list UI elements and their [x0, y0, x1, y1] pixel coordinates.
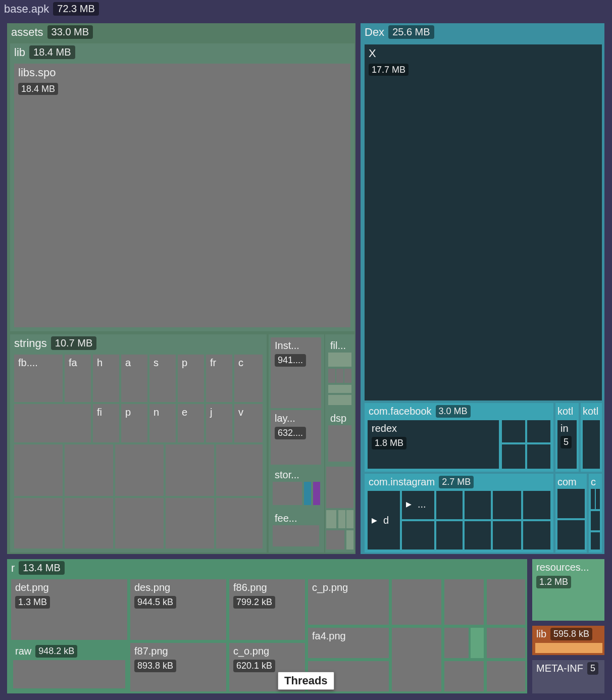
r-leaf-i[interactable] [487, 661, 525, 691]
node-meta-inf[interactable]: META-INF5 [531, 659, 605, 694]
cell-fr[interactable]: fr [206, 355, 232, 402]
node-c[interactable]: c [589, 474, 602, 553]
comig-l3[interactable] [465, 491, 491, 519]
comig-dots[interactable]: ... [402, 491, 434, 519]
comfb-leaf4[interactable] [527, 444, 550, 469]
node-dsp[interactable]: dsp [326, 410, 353, 465]
node-c-p[interactable]: c_p.png [308, 579, 389, 625]
cell-h[interactable]: h [93, 355, 119, 402]
com-leaf2[interactable] [557, 520, 585, 549]
cell-r3d[interactable] [166, 444, 214, 496]
cell-j[interactable]: j [206, 404, 232, 442]
cell-r4c[interactable] [115, 498, 164, 548]
comig-l1[interactable] [402, 521, 434, 549]
c3d[interactable] [326, 530, 344, 549]
node-inst[interactable]: Inst... 941.... [271, 337, 321, 408]
r-leaf-e[interactable] [444, 628, 469, 658]
comig-l5[interactable] [523, 491, 550, 519]
node-fa4[interactable]: fa4.png [308, 628, 389, 658]
comig-l4[interactable] [493, 491, 521, 519]
raw-leaf[interactable] [13, 660, 125, 688]
c3a[interactable] [326, 510, 336, 528]
fil-leaf5[interactable] [328, 385, 351, 393]
r-leaf-c[interactable] [487, 579, 525, 625]
comfb-leaf3[interactable] [502, 444, 525, 469]
node-lib-orange[interactable]: lib595.8 kB [531, 625, 605, 656]
node-strings[interactable]: strings 10.7 MB fb.... fa h a s p fr c f… [10, 334, 267, 553]
cell-a[interactable]: a [121, 355, 147, 402]
cell-p2[interactable]: p [121, 404, 147, 442]
r-leaf-h[interactable] [444, 661, 484, 691]
cell-r2a[interactable] [14, 404, 91, 442]
fil-leaf6[interactable] [328, 395, 351, 405]
node-kotl1[interactable]: kotl in 5 [555, 403, 579, 472]
stor-leaf1[interactable] [273, 482, 302, 505]
r-leaf-green[interactable] [471, 628, 484, 658]
cell-fb[interactable]: fb.... [14, 355, 63, 402]
cell-r3e[interactable] [216, 444, 263, 496]
fil-leaf4[interactable] [344, 369, 351, 383]
node-stor[interactable]: stor... [271, 467, 321, 508]
cell-r4a[interactable] [14, 498, 63, 548]
node-lib[interactable]: lib 18.4 MB libs.spo 18.4 MB [10, 43, 354, 331]
fil-leaf2[interactable] [328, 369, 335, 383]
c-leaf1[interactable] [591, 489, 595, 509]
node-redex[interactable]: redex 1.8 MB [368, 420, 499, 469]
r-leaf-a[interactable] [392, 579, 441, 625]
r-leaf-f[interactable] [487, 628, 525, 658]
cell-fi[interactable]: fi [93, 404, 119, 442]
dsp-leaf[interactable] [328, 425, 351, 462]
comig-l2[interactable] [436, 491, 463, 519]
cell-r3a[interactable] [14, 444, 63, 496]
node-det[interactable]: det.png 1.3 MB [11, 579, 127, 640]
kotl2-leaf[interactable] [583, 420, 600, 469]
c-leaf4[interactable] [591, 532, 600, 549]
node-fee[interactable]: fee... [271, 510, 321, 549]
cell-e[interactable]: e [178, 404, 204, 442]
lib-orange-leaf[interactable] [535, 643, 602, 653]
node-f87[interactable]: f87.png 893.8 kB [130, 643, 226, 691]
node-com-facebook[interactable]: com.facebook3.0 MB redex 1.8 MB [365, 403, 553, 472]
node-raw[interactable]: raw948.2 kB [11, 643, 127, 691]
node-r[interactable]: r13.4 MB det.png 1.3 MB des.png 944.5 kB… [6, 558, 528, 694]
node-kotl2[interactable]: kotl [581, 403, 602, 472]
cell-r3c[interactable] [115, 444, 164, 496]
fee-leaf[interactable] [273, 525, 319, 546]
node-f86[interactable]: f86.png 799.2 kB [229, 579, 305, 640]
cell-r4d[interactable] [166, 498, 214, 548]
c-leaf3[interactable] [591, 511, 600, 530]
comig-d[interactable]: d [368, 491, 400, 549]
fil-leaf1[interactable] [328, 353, 351, 367]
comfb-leaf1[interactable] [502, 420, 525, 442]
c3b[interactable] [338, 510, 345, 528]
com-leaf1[interactable] [557, 489, 585, 518]
kotl-in[interactable]: in 5 [557, 420, 577, 469]
cell-p[interactable]: p [178, 355, 204, 402]
node-libs-spo[interactable]: libs.spo 18.4 MB [14, 64, 350, 327]
node-resources[interactable]: resources... 1.2 MB [531, 558, 605, 622]
comig-l7[interactable] [465, 521, 491, 549]
cell-fa[interactable]: fa [65, 355, 91, 402]
comfb-leaf2[interactable] [527, 420, 550, 442]
cell-s[interactable]: s [149, 355, 176, 402]
node-fil[interactable]: fil... [326, 337, 353, 408]
comig-l8[interactable] [493, 521, 521, 549]
cell-n[interactable]: n [149, 404, 176, 442]
cell-r4e[interactable] [216, 498, 263, 548]
comig-l6[interactable] [436, 521, 463, 549]
cell-v[interactable]: v [234, 404, 263, 442]
cell-r4b[interactable] [65, 498, 113, 548]
c3e[interactable] [346, 530, 353, 549]
r-leaf-d[interactable] [392, 628, 441, 691]
cell-r3b[interactable] [65, 444, 113, 496]
node-des[interactable]: des.png 944.5 kB [130, 579, 226, 640]
node-assets[interactable]: assets 33.0 MB lib 18.4 MB libs.spo 18.4… [6, 22, 356, 555]
r-leaf-b[interactable] [444, 579, 484, 625]
cell-c[interactable]: c [234, 355, 263, 402]
col3-leaf1[interactable] [326, 467, 353, 508]
stor-leaf-purple[interactable] [313, 482, 320, 505]
stor-leaf-blue[interactable] [304, 482, 311, 505]
fil-leaf3[interactable] [336, 369, 343, 383]
node-com[interactable]: com [555, 474, 587, 553]
c3c[interactable] [346, 510, 353, 528]
